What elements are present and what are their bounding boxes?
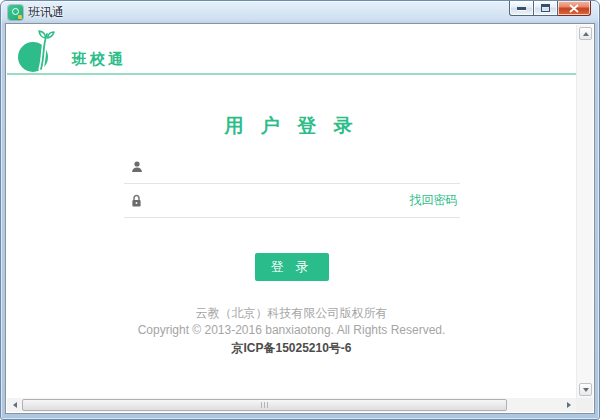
sprout-logo-icon	[16, 29, 62, 75]
lock-icon	[129, 193, 145, 209]
arrow-left-icon	[13, 402, 17, 408]
app-window: 班讯通 班校通 用 户 登 录	[0, 0, 600, 420]
login-form: 找回密码	[124, 150, 460, 218]
minimize-icon	[517, 7, 526, 10]
vertical-scrollbar[interactable]	[576, 25, 593, 398]
login-button[interactable]: 登 录	[255, 253, 329, 281]
scrollbar-corner	[576, 398, 593, 412]
maximize-icon	[541, 4, 550, 12]
footer-company: 云教（北京）科技有限公司版权所有	[7, 305, 576, 322]
arrow-right-icon	[567, 402, 571, 408]
scroll-down-button[interactable]	[579, 383, 592, 396]
minimize-button[interactable]	[509, 1, 534, 16]
page-title: 用 户 登 录	[7, 113, 576, 139]
window-title: 班讯通	[28, 4, 64, 21]
thumb-grip	[261, 402, 269, 408]
footer-copyright: Copyright © 2013-2016 banxiaotong. All R…	[7, 322, 576, 339]
scroll-left-button[interactable]	[7, 398, 22, 412]
brand-header: 班校通	[7, 25, 576, 73]
footer: 云教（北京）科技有限公司版权所有 Copyright © 2013-2016 b…	[7, 305, 576, 357]
password-input[interactable]	[145, 193, 410, 208]
username-input[interactable]	[145, 159, 460, 174]
login-page: 班校通 用 户 登 录	[7, 25, 576, 398]
arrow-up-icon	[583, 32, 589, 36]
horizontal-scrollbar-thumb[interactable]	[22, 399, 507, 411]
close-icon	[569, 4, 579, 13]
client-area: 班校通 用 户 登 录	[5, 23, 595, 414]
arrow-down-icon	[583, 388, 589, 392]
brand-name: 班校通	[72, 50, 126, 69]
caption-buttons	[509, 1, 591, 16]
scroll-right-button[interactable]	[561, 398, 576, 412]
horizontal-scrollbar[interactable]	[7, 398, 576, 412]
app-sprout-icon	[8, 5, 23, 20]
password-row: 找回密码	[124, 184, 460, 218]
close-button[interactable]	[558, 1, 591, 16]
scroll-up-button[interactable]	[579, 27, 592, 40]
person-icon	[129, 159, 145, 175]
footer-icp: 京ICP备15025210号-6	[7, 340, 576, 357]
maximize-button[interactable]	[534, 1, 558, 16]
header-divider	[7, 73, 576, 75]
username-row	[124, 150, 460, 184]
forgot-password-link[interactable]: 找回密码	[410, 192, 458, 209]
